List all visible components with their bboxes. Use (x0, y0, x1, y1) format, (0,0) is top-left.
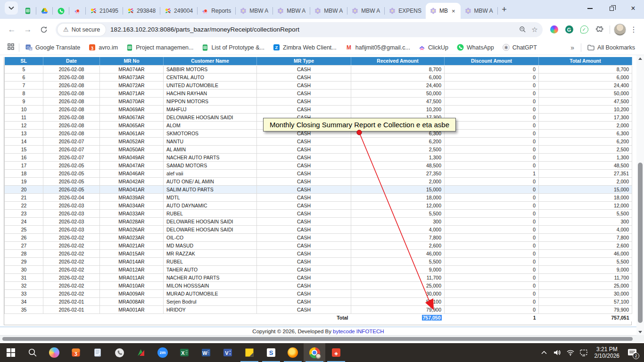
table-row[interactable]: 62026-02-08MRA073ARCENTRAL AUTOCASH6,000… (5, 73, 632, 81)
table-row[interactable]: 252026-02-03MRA026ARDELOWARE HOOSAIN SAI… (5, 225, 632, 233)
taskbar-chrome-button[interactable] (304, 343, 325, 362)
reload-button[interactable] (37, 23, 51, 37)
tab-close-icon[interactable]: × (451, 8, 456, 15)
minimize-button[interactable] (579, 0, 601, 17)
taskbar-firefox-button[interactable] (282, 343, 304, 362)
tab[interactable]: 293848 (123, 3, 160, 19)
tab-search-button[interactable] (5, 1, 18, 15)
table-row[interactable]: 282026-02-02MRA015ARMR RAZZAKCASH46,0000… (5, 249, 632, 257)
bookmark-item[interactable]: Mhafijmit05@gmail.c... (341, 41, 414, 54)
browser-menu-button[interactable]: ⋮ (628, 25, 639, 34)
tab-active[interactable]: MB× (426, 3, 461, 19)
hidden-icons-button[interactable] (538, 343, 550, 362)
table-row[interactable]: 222026-02-03MRA034ARAUTO DAYNAMICCASH12,… (5, 201, 632, 209)
table-row[interactable]: 162026-02-07MRA049ARNACHER AUTO PARTSCAS… (5, 153, 632, 161)
tab[interactable]: MBW A (347, 3, 384, 19)
all-bookmarks-button[interactable]: All Bookmarks (583, 41, 639, 54)
extensions-puzzle-button[interactable] (593, 23, 606, 36)
selected-total-received[interactable]: 757,050 (422, 315, 442, 321)
bookmark-item[interactable]: ✻ChatGPT (498, 41, 541, 54)
table-row[interactable]: 182026-02-05MRA046ARalef vaiiCASH27,3501… (5, 169, 632, 177)
apps-grid-button[interactable] (5, 43, 17, 52)
taskbar-zoom-button[interactable]: zm (152, 343, 173, 362)
wifi-button[interactable] (564, 343, 577, 362)
new-tab-button[interactable]: + (498, 3, 511, 16)
table-row[interactable]: 242026-02-03MRA028ARDELOWARE HOOSAIN SAI… (5, 217, 632, 225)
taskbar-avro-pad-button[interactable] (130, 343, 152, 362)
bookmark-item[interactable]: ZZimbra Web Client... (269, 41, 341, 54)
bookmark-star-button[interactable]: ☆ (528, 24, 541, 36)
restore-button[interactable] (601, 0, 622, 17)
bookmarks-overflow-icon[interactable]: » (566, 44, 579, 51)
close-button[interactable]: × (622, 0, 644, 17)
table-row[interactable]: 272026-02-02MRA021ARMD MASUDCASH2,60002,… (5, 241, 632, 249)
pinned-tab-drive[interactable] (36, 3, 52, 19)
table-row[interactable]: 312026-02-02MRA011ARNACHER AUTO PARTSCAS… (5, 273, 632, 281)
table-row[interactable]: 322026-02-02MRA010ARMILON HOSSSAINCASH25… (5, 281, 632, 289)
tab[interactable]: EXPENS (385, 3, 426, 19)
grammarly-icon[interactable]: G (562, 23, 576, 36)
bookmark-item[interactable]: ClickUp (414, 41, 453, 54)
tab[interactable]: 210495 (86, 3, 123, 19)
taskbar-avro-keyboard-button[interactable]: ʒ (65, 343, 87, 362)
extension-leaf-icon[interactable]: ✓ (578, 23, 591, 36)
taskbar-dev-tool-button[interactable]: ◈ (325, 343, 347, 362)
profile-avatar[interactable] (614, 24, 626, 36)
taskbar-excel-button[interactable]: X (173, 343, 195, 362)
pinned-tab-whatsapp[interactable] (53, 3, 69, 19)
notification-center-button[interactable]: 2 (624, 343, 640, 362)
table-row[interactable]: 52026-02-08MRA074ARSABBIR MOTORSCASH8,70… (5, 65, 632, 73)
bookmark-item[interactable]: Project managemen... (122, 41, 198, 54)
tab[interactable]: MBW A (461, 3, 497, 19)
table-row[interactable]: 72026-02-08MRA072ARUNITED AUTOMOBILECASH… (5, 81, 632, 89)
table-row[interactable]: 212026-02-04MRA039ARMDTLCASH18,000018,00… (5, 193, 632, 201)
taskbar-visio-button[interactable]: V (217, 343, 239, 362)
taskbar-whatsapp-button[interactable] (108, 343, 130, 362)
table-row[interactable]: 82026-02-08MRA071ARHACHIN RAYHANCASH50,0… (5, 89, 632, 97)
tab[interactable]: MBW A (310, 3, 347, 19)
table-row[interactable]: 302026-02-02MRA012ARTAHER AUTOCASH9,0000… (5, 265, 632, 273)
url-text[interactable]: 182.163.102.203:8086/parts_bazar/moneyRe… (110, 26, 516, 33)
tab[interactable]: MBW A (236, 3, 272, 19)
bookmark-item[interactable]: ʒavro.im (84, 41, 122, 54)
pinned-tab-sheets[interactable] (20, 3, 36, 19)
table-row[interactable]: 142026-02-07MRA052ARNANTUCASH6,20006,200 (5, 137, 632, 145)
table-row[interactable]: 102026-02-08MRA069ARMAHFUJCASH10,200010,… (5, 105, 632, 113)
screen-cast-button[interactable] (578, 343, 590, 362)
scroll-up-arrow[interactable] (636, 55, 644, 62)
taskbar-search-button[interactable] (22, 343, 43, 362)
pinned-tab-clickup[interactable] (69, 3, 85, 19)
horizontal-scrollbar[interactable] (0, 335, 636, 342)
table-row[interactable]: 352026-02-01MRA001ARHRIDOYCASH79,900079,… (5, 305, 632, 313)
back-button[interactable]: ← (5, 23, 19, 37)
taskbar-word-button[interactable]: W (195, 343, 217, 362)
bookmark-item[interactable]: List of Prototype &... (198, 41, 269, 54)
table-row[interactable]: 152026-02-07MRA050ARAL AMINCASH2,50002,5… (5, 145, 632, 153)
tab[interactable]: 249004 (160, 3, 197, 19)
table-row[interactable]: 342026-02-01MRA008ARSerjen BodrulCASH57,… (5, 297, 632, 305)
horizontal-scrollbar-thumb[interactable] (2, 337, 633, 341)
taskbar-sticky-notes-button[interactable] (239, 343, 260, 362)
developer-link[interactable]: bytecode INFOTECH (333, 329, 384, 334)
forward-button[interactable]: → (21, 23, 35, 37)
vertical-scrollbar[interactable] (636, 55, 644, 335)
table-row[interactable]: 172026-02-05MRA047ARSAMAD MOTORSCASH48,5… (5, 161, 632, 169)
tab[interactable]: MBW A (273, 3, 310, 19)
taskbar-notepad-button[interactable] (87, 343, 108, 362)
taskbar-start-button[interactable] (0, 343, 22, 362)
taskbar-sublime-button[interactable]: S (260, 343, 282, 362)
taskbar-copilot-button[interactable] (43, 343, 65, 362)
total-received-cell[interactable]: 757,050 (351, 313, 445, 321)
bookmark-item[interactable]: WhatsApp (453, 41, 498, 54)
table-row[interactable]: 232026-02-03MRA033ARRUBELCASH5,50005,500 (5, 209, 632, 217)
table-row[interactable]: 332026-02-02MRA009ARMURAD AUTOMOBILECASH… (5, 289, 632, 297)
address-bar[interactable]: ⚠ Not secure 182.163.102.203:8086/parts_… (56, 22, 543, 37)
extension-colorwheel-icon[interactable] (547, 23, 561, 36)
zoom-lens-button[interactable] (516, 24, 528, 36)
vertical-scrollbar-thumb[interactable] (638, 163, 643, 323)
table-row[interactable]: 262026-02-02MRA023AROIL-COCASH7,80007,80… (5, 233, 632, 241)
bookmark-item[interactable]: GaGoogle Translate (21, 41, 84, 54)
table-row[interactable]: 192026-02-05MRA042ARAUTO ONE/ AL AMINCAS… (5, 177, 632, 185)
table-row[interactable]: 292026-02-02MRA014ARRUBELCASH5,50005,500 (5, 257, 632, 265)
tab[interactable]: Reports (198, 3, 235, 19)
